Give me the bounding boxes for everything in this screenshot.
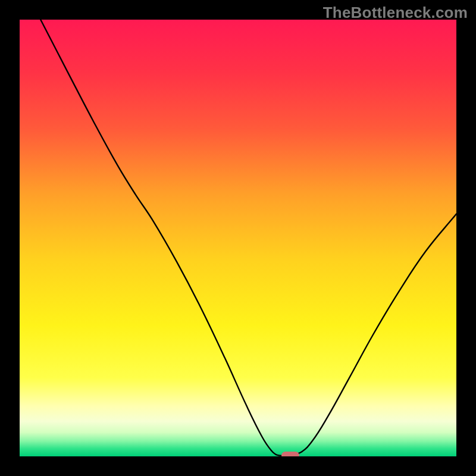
- watermark-text: TheBottleneck.com: [323, 4, 468, 22]
- bottleneck-curve: [20, 20, 456, 456]
- chart-frame: TheBottleneck.com: [0, 0, 476, 476]
- plot-area: [20, 20, 456, 456]
- optimal-marker: [281, 452, 299, 456]
